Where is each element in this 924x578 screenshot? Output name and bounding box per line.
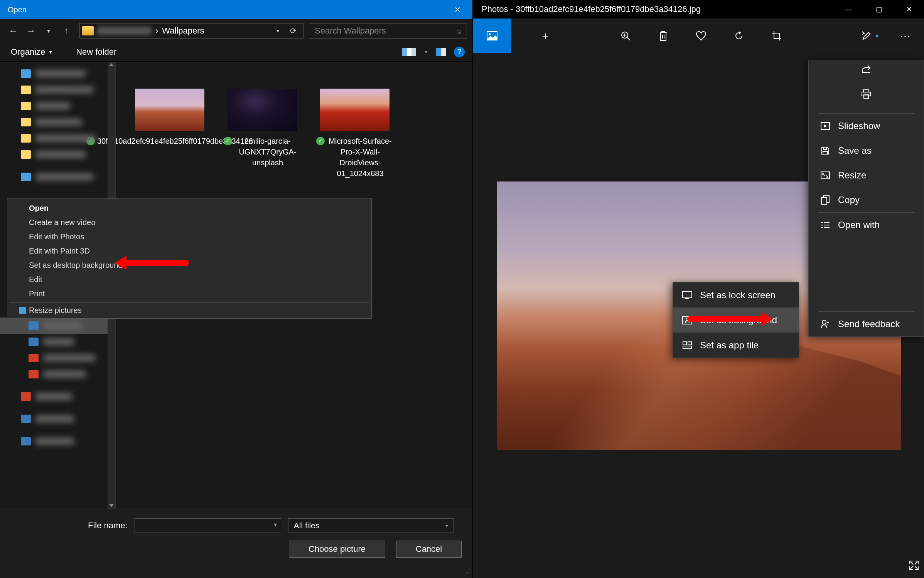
- ctx-print[interactable]: Print: [7, 287, 371, 301]
- close-icon[interactable]: ✕: [894, 0, 924, 18]
- thumbnail: [135, 89, 204, 131]
- ctx-edit-paint3d[interactable]: Edit with Paint 3D: [7, 244, 371, 258]
- menu-open-with[interactable]: Open with: [809, 213, 924, 237]
- menu-set-app-tile[interactable]: Set as app tile: [673, 333, 799, 358]
- svg-rect-11: [821, 197, 827, 204]
- app-title: Photos - 30ffb10ad2efc91e4feb25f6ff0179d…: [482, 4, 701, 14]
- resize-grip-icon[interactable]: ⋰: [464, 568, 471, 576]
- breadcrumb-sep: ›: [155, 26, 158, 36]
- chevron-down-icon[interactable]: ▼: [424, 49, 428, 55]
- nav-bar: ← → ▾ ↑ › Wallpapers ▾ ⟳ Search Wallpape…: [0, 19, 472, 42]
- preview-pane-icon[interactable]: [436, 48, 446, 56]
- crop-icon[interactable]: [758, 18, 796, 53]
- menu-label: Resize: [838, 170, 866, 181]
- file-name: emilio-garcia-UGNXT7QryGA-unsplash: [234, 136, 301, 168]
- menu-label: Slideshow: [838, 121, 880, 131]
- maximize-icon[interactable]: ▢: [864, 0, 894, 18]
- organize-label: Organize: [11, 47, 45, 57]
- menu-send-feedback[interactable]: Send feedback: [809, 312, 924, 336]
- forward-icon[interactable]: →: [23, 23, 39, 39]
- sync-check-icon: ✓: [316, 137, 325, 145]
- app-tile-icon: [682, 341, 692, 349]
- menu-label: Send feedback: [838, 319, 900, 329]
- ctx-resize-pictures[interactable]: Resize pictures: [7, 304, 371, 316]
- menu-set-lock-screen[interactable]: Set as lock screen: [673, 282, 799, 307]
- file-name: Microsoft-Surface-Pro-X-Wall-DroidViews-…: [327, 136, 393, 179]
- menu-label: Set as app tile: [700, 340, 759, 351]
- more-menu: Slideshow Save as Resize Copy Open with: [808, 60, 924, 337]
- fullscreen-icon[interactable]: [909, 560, 919, 573]
- chevron-down-icon: ▼: [48, 49, 53, 55]
- folder-icon: [82, 26, 94, 35]
- svg-rect-8: [864, 95, 868, 98]
- search-icon: ⌕: [456, 26, 461, 36]
- breadcrumb-current[interactable]: Wallpapers: [162, 26, 204, 36]
- filetype-select[interactable]: All files ▾: [288, 518, 454, 533]
- help-icon[interactable]: ?: [454, 47, 465, 57]
- delete-icon[interactable]: [644, 18, 682, 53]
- feedback-icon: [820, 319, 830, 329]
- zoom-icon[interactable]: [607, 18, 644, 53]
- print-icon[interactable]: [861, 89, 872, 102]
- ctx-edit-photos[interactable]: Edit with Photos: [7, 230, 371, 244]
- filename-input[interactable]: [135, 518, 281, 533]
- menu-copy[interactable]: Copy: [809, 188, 924, 212]
- svg-rect-10: [821, 172, 830, 179]
- add-icon[interactable]: ＋: [526, 18, 564, 53]
- thumbnail: [320, 89, 389, 131]
- up-icon[interactable]: ↑: [59, 23, 74, 39]
- organize-button[interactable]: Organize ▼: [11, 47, 53, 57]
- ctx-create-video[interactable]: Create a new video: [7, 215, 371, 230]
- view-mode-icon[interactable]: [402, 48, 416, 56]
- search-input[interactable]: Search Wallpapers ⌕: [309, 23, 467, 39]
- share-icon[interactable]: [861, 64, 872, 77]
- menu-save-as[interactable]: Save as: [809, 138, 924, 163]
- tree-item-active[interactable]: [0, 318, 115, 334]
- toolbar: ＋ ▾ ⋯: [473, 18, 924, 53]
- svg-rect-23: [683, 342, 686, 345]
- sync-check-icon: ✓: [224, 137, 232, 145]
- svg-point-18: [822, 320, 826, 324]
- resize-icon: [820, 171, 830, 179]
- svg-rect-24: [688, 342, 691, 345]
- address-dropdown-icon[interactable]: ▾: [270, 23, 285, 39]
- menu-label: Set as lock screen: [700, 290, 776, 301]
- photos-app: Photos - 30ffb10ad2efc91e4feb25f6ff0179d…: [472, 0, 924, 578]
- collection-icon[interactable]: [473, 18, 511, 53]
- slideshow-icon: [820, 122, 830, 130]
- choose-picture-button[interactable]: Choose picture: [289, 541, 385, 558]
- lock-screen-icon: [682, 291, 692, 299]
- more-icon[interactable]: ⋯: [886, 18, 924, 53]
- titlebar: Photos - 30ffb10ad2efc91e4feb25f6ff0179d…: [473, 0, 924, 18]
- svg-rect-7: [862, 92, 870, 96]
- annotation-arrow: [687, 316, 764, 322]
- close-icon[interactable]: ✕: [442, 0, 472, 19]
- separator: [10, 302, 369, 303]
- menu-resize[interactable]: Resize: [809, 163, 924, 188]
- rotate-icon[interactable]: [720, 18, 758, 53]
- ctx-edit[interactable]: Edit: [7, 272, 371, 287]
- file-open-dialog: Open ✕ ← → ▾ ↑ › Wallpapers ▾ ⟳ Search W…: [0, 0, 472, 578]
- refresh-icon[interactable]: ⟳: [285, 23, 301, 39]
- back-icon[interactable]: ←: [5, 23, 21, 39]
- address-bar[interactable]: › Wallpapers ▾ ⟳: [79, 23, 304, 39]
- favorite-icon[interactable]: [682, 18, 720, 53]
- menu-slideshow[interactable]: Slideshow: [809, 114, 924, 138]
- menu-label: Open with: [838, 220, 880, 230]
- ctx-open[interactable]: Open: [7, 201, 371, 215]
- edit-create-button[interactable]: ▾: [854, 18, 886, 53]
- edit-icon: [862, 31, 872, 41]
- dialog-title: Open: [8, 5, 27, 14]
- ctx-set-desktop-background[interactable]: Set as desktop background: [7, 258, 371, 272]
- menu-label: Copy: [838, 195, 860, 205]
- menu-label: Save as: [838, 145, 872, 156]
- minimize-icon[interactable]: —: [834, 0, 864, 18]
- svg-rect-25: [683, 346, 691, 349]
- cancel-button[interactable]: Cancel: [396, 541, 462, 558]
- filename-label: File name:: [88, 521, 128, 531]
- new-folder-button[interactable]: New folder: [76, 47, 116, 57]
- thumbnail: [228, 89, 297, 131]
- recent-dropdown-icon[interactable]: ▾: [41, 23, 56, 39]
- search-placeholder: Search Wallpapers: [315, 26, 386, 36]
- chevron-down-icon: ▾: [875, 32, 878, 40]
